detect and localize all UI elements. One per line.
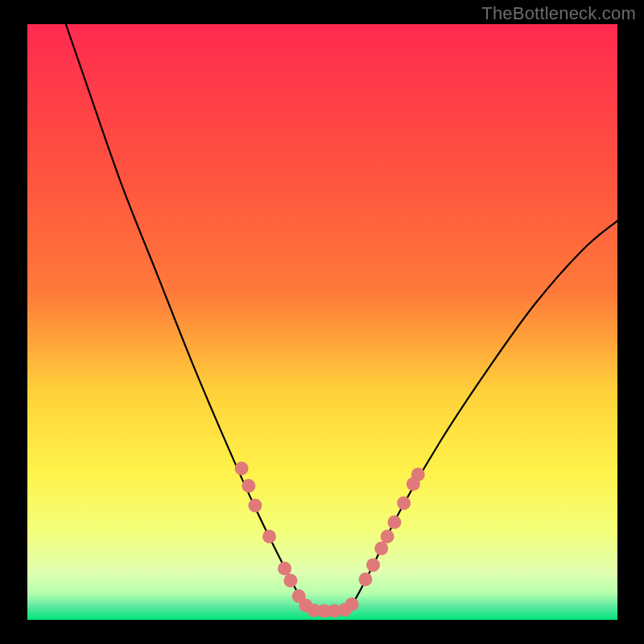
data-marker xyxy=(242,479,255,493)
data-marker xyxy=(366,558,380,572)
data-marker xyxy=(359,572,373,586)
data-marker xyxy=(374,542,388,555)
data-marker xyxy=(381,530,394,543)
chart-svg xyxy=(0,0,644,644)
chart-container xyxy=(0,0,644,644)
data-marker xyxy=(345,597,359,611)
plot-area xyxy=(27,24,617,620)
data-marker xyxy=(387,515,401,529)
watermark-text: TheBottleneck.com xyxy=(481,3,636,24)
data-marker xyxy=(283,574,297,588)
data-marker xyxy=(397,496,411,510)
data-marker xyxy=(262,530,276,543)
data-marker xyxy=(248,498,262,512)
data-marker xyxy=(278,562,291,576)
data-marker xyxy=(411,468,425,481)
data-marker xyxy=(235,462,249,476)
